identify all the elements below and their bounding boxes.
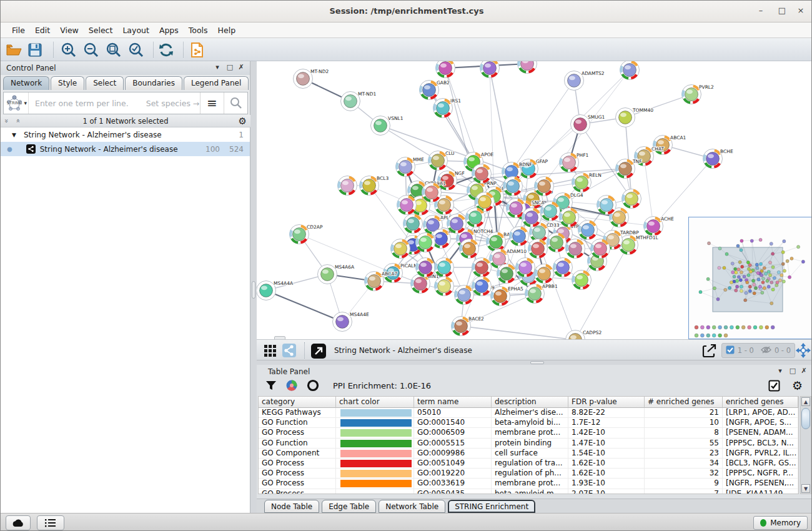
zoom-in-icon[interactable] xyxy=(61,42,77,58)
network-node[interactable] xyxy=(472,277,492,296)
network-node[interactable] xyxy=(566,239,585,259)
network-node[interactable]: CADPS2 xyxy=(566,330,602,339)
network-node[interactable] xyxy=(338,176,357,196)
network-node[interactable]: RELN xyxy=(572,172,602,192)
network-node[interactable] xyxy=(397,196,417,215)
table-row[interactable]: GO ProcessGO:0051049regulation of tra...… xyxy=(259,459,798,469)
zoom-fit-icon[interactable] xyxy=(106,42,122,58)
table-row[interactable]: GO ProcessGO:0006509membrane prot...1.42… xyxy=(259,428,798,438)
network-node[interactable] xyxy=(516,258,535,277)
network-node[interactable] xyxy=(447,214,467,234)
panel-float-icon[interactable]: □ xyxy=(225,63,235,71)
table-row[interactable]: GO FunctionGO:0005515protein binding1.47… xyxy=(259,439,798,449)
tab-boundaries[interactable]: Boundaries xyxy=(125,76,182,90)
network-node[interactable]: PHF1 xyxy=(560,152,589,172)
network-node[interactable]: CD2AP xyxy=(290,224,323,244)
scroll-down-icon[interactable]: ▼ xyxy=(801,484,810,493)
string-options-icon[interactable]: ≡ xyxy=(200,92,224,114)
tab-network[interactable]: Network xyxy=(3,76,49,90)
network-node[interactable]: MME xyxy=(396,157,424,177)
chevron-down-icon[interactable]: ▾ xyxy=(24,100,27,106)
menu-layout[interactable]: Layout xyxy=(117,24,154,37)
gear-icon[interactable]: ⚙ xyxy=(792,379,803,392)
network-node[interactable]: TOMM40 xyxy=(616,107,654,127)
open-in-browser-icon[interactable] xyxy=(310,343,327,358)
grid-view-icon[interactable] xyxy=(263,343,278,358)
panel-close-icon[interactable]: ✗ xyxy=(799,367,809,375)
table-scrollbar[interactable]: ▲ ▼ xyxy=(800,396,811,494)
network-node[interactable]: GAB2 xyxy=(420,80,450,100)
zoom-selected-icon[interactable] xyxy=(128,42,144,58)
menu-help[interactable]: Help xyxy=(213,24,241,37)
network-from-file-icon[interactable] xyxy=(188,42,204,58)
network-node[interactable] xyxy=(466,208,485,227)
string-search-bar[interactable]: STRING ▾ Enter one term per line. Set sp… xyxy=(3,92,248,114)
network-node[interactable] xyxy=(472,258,492,277)
network-node[interactable] xyxy=(518,61,537,74)
network-node[interactable] xyxy=(541,202,560,221)
splitter-handle[interactable] xyxy=(252,281,255,299)
network-row[interactable]: ● String Network - Alzheimer's disease 1… xyxy=(1,142,250,156)
tree-expander-icon[interactable]: ▼ xyxy=(12,132,16,138)
network-node[interactable]: SMUG1 xyxy=(571,114,605,134)
scroll-up-icon[interactable]: ▲ xyxy=(801,397,810,406)
set-species-label[interactable]: Set species → xyxy=(146,99,200,108)
network-node[interactable] xyxy=(416,233,435,252)
tab-legend-panel[interactable]: Legend Panel xyxy=(184,76,249,90)
export-network-icon[interactable] xyxy=(701,343,718,358)
zoom-out-icon[interactable] xyxy=(83,42,99,58)
minimize-button[interactable]: – xyxy=(754,6,768,17)
panel-close-icon[interactable]: ✗ xyxy=(236,63,246,71)
network-node[interactable] xyxy=(460,239,479,259)
tab-style[interactable]: Style xyxy=(51,76,84,90)
task-list-button[interactable] xyxy=(37,515,64,530)
tab-string-enrichment[interactable]: STRING Enrichment xyxy=(448,500,535,513)
network-node[interactable]: EPHA5 xyxy=(491,286,524,306)
close-button[interactable]: × xyxy=(794,6,808,17)
network-node[interactable] xyxy=(436,61,455,78)
network-node[interactable] xyxy=(503,177,523,196)
network-node[interactable]: MTHFD1L xyxy=(619,235,659,255)
ring-chart-icon[interactable] xyxy=(307,379,319,394)
menu-tools[interactable]: Tools xyxy=(184,24,213,37)
panel-float-icon[interactable]: □ xyxy=(788,367,798,375)
pan-tool-icon[interactable] xyxy=(795,342,811,357)
network-node[interactable] xyxy=(391,239,410,259)
network-node[interactable] xyxy=(535,177,554,196)
column-header[interactable]: chart color xyxy=(336,397,414,408)
panel-splitter-vertical[interactable] xyxy=(250,61,257,513)
network-node[interactable]: MS4A6A xyxy=(318,264,355,284)
birds-eye-graph[interactable] xyxy=(689,217,812,339)
network-node[interactable]: BACE2 xyxy=(452,316,485,336)
column-header[interactable]: # enriched genes xyxy=(645,397,723,408)
network-node[interactable] xyxy=(535,264,554,284)
network-node[interactable] xyxy=(620,61,640,80)
network-node[interactable] xyxy=(553,258,573,277)
table-row[interactable]: GO ComponentGO:0009986cell surface1.54E-… xyxy=(259,449,798,459)
network-node[interactable]: ACHE xyxy=(644,216,674,236)
column-header[interactable]: enriched genes xyxy=(723,397,798,408)
column-header[interactable]: FDR p-value xyxy=(568,397,645,408)
save-session-icon[interactable] xyxy=(27,42,43,58)
tab-network-table[interactable]: Network Table xyxy=(379,500,445,513)
menu-file[interactable]: File xyxy=(7,24,30,37)
column-header[interactable]: category xyxy=(259,397,336,408)
network-node[interactable] xyxy=(560,208,579,227)
string-search-icon[interactable] xyxy=(224,92,247,114)
network-node[interactable]: APBB1 xyxy=(525,284,558,304)
splitter-handle[interactable] xyxy=(530,361,544,364)
enrichment-table[interactable]: categorychart colorterm namedescriptionF… xyxy=(258,396,799,494)
network-node[interactable] xyxy=(435,258,454,277)
string-share-icon[interactable] xyxy=(282,343,297,358)
network-node[interactable] xyxy=(572,270,592,290)
tab-select[interactable]: Select xyxy=(86,76,124,90)
panel-splitter-horizontal[interactable] xyxy=(257,360,812,365)
network-node[interactable] xyxy=(578,221,598,240)
menu-view[interactable]: View xyxy=(55,24,84,37)
table-row[interactable]: GO ProcessGO:0033619membrane prot...1.93… xyxy=(259,479,798,489)
maximize-button[interactable]: □ xyxy=(775,6,789,17)
table-row[interactable]: GO FunctionGO:0001540beta-amyloid bi...1… xyxy=(259,418,798,428)
network-node[interactable] xyxy=(404,214,423,234)
chart-icon[interactable] xyxy=(285,379,298,394)
network-node[interactable] xyxy=(622,189,641,209)
